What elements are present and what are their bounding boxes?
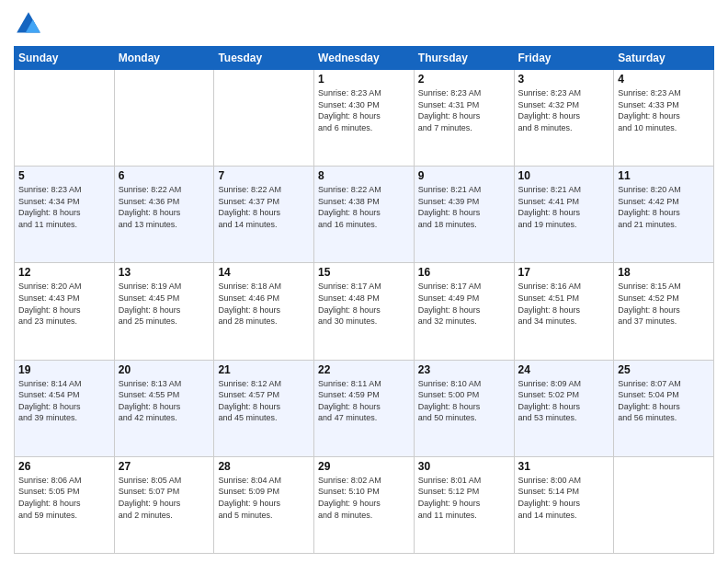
day-cell: 21Sunrise: 8:12 AM Sunset: 4:57 PM Dayli… xyxy=(214,360,314,456)
day-info: Sunrise: 8:04 AM Sunset: 5:09 PM Dayligh… xyxy=(218,475,310,521)
day-info: Sunrise: 8:10 AM Sunset: 5:00 PM Dayligh… xyxy=(418,378,510,424)
day-info: Sunrise: 8:19 AM Sunset: 4:45 PM Dayligh… xyxy=(119,281,210,327)
day-number: 17 xyxy=(518,266,610,279)
day-info: Sunrise: 8:23 AM Sunset: 4:34 PM Dayligh… xyxy=(18,184,110,230)
day-info: Sunrise: 8:23 AM Sunset: 4:30 PM Dayligh… xyxy=(318,87,410,133)
day-cell: 11Sunrise: 8:20 AM Sunset: 4:42 PM Dayli… xyxy=(614,167,714,263)
day-cell: 26Sunrise: 8:06 AM Sunset: 5:05 PM Dayli… xyxy=(15,456,115,553)
day-cell: 15Sunrise: 8:17 AM Sunset: 4:48 PM Dayli… xyxy=(314,263,415,360)
day-number: 24 xyxy=(518,363,610,376)
day-number: 20 xyxy=(119,363,210,376)
day-number: 8 xyxy=(318,169,410,182)
day-info: Sunrise: 8:20 AM Sunset: 4:43 PM Dayligh… xyxy=(18,281,110,327)
day-cell: 8Sunrise: 8:22 AM Sunset: 4:38 PM Daylig… xyxy=(314,167,415,263)
day-info: Sunrise: 8:12 AM Sunset: 4:57 PM Dayligh… xyxy=(218,378,310,424)
day-number: 28 xyxy=(218,460,310,473)
day-info: Sunrise: 8:17 AM Sunset: 4:49 PM Dayligh… xyxy=(418,281,510,327)
day-cell: 6Sunrise: 8:22 AM Sunset: 4:36 PM Daylig… xyxy=(114,167,214,263)
day-info: Sunrise: 8:15 AM Sunset: 4:52 PM Dayligh… xyxy=(618,281,710,327)
day-cell: 28Sunrise: 8:04 AM Sunset: 5:09 PM Dayli… xyxy=(214,456,314,553)
logo-icon xyxy=(14,9,43,39)
week-row-3: 12Sunrise: 8:20 AM Sunset: 4:43 PM Dayli… xyxy=(15,263,714,360)
weekday-tuesday: Tuesday xyxy=(214,47,314,70)
day-cell: 17Sunrise: 8:16 AM Sunset: 4:51 PM Dayli… xyxy=(514,263,614,360)
day-info: Sunrise: 8:00 AM Sunset: 5:14 PM Dayligh… xyxy=(518,475,610,521)
day-number: 7 xyxy=(218,169,310,182)
day-info: Sunrise: 8:18 AM Sunset: 4:46 PM Dayligh… xyxy=(218,281,310,327)
day-number: 10 xyxy=(518,169,610,182)
day-number: 15 xyxy=(318,266,410,279)
day-info: Sunrise: 8:20 AM Sunset: 4:42 PM Dayligh… xyxy=(618,184,710,230)
day-info: Sunrise: 8:05 AM Sunset: 5:07 PM Dayligh… xyxy=(119,475,210,521)
day-number: 11 xyxy=(618,169,710,182)
day-cell xyxy=(214,70,314,167)
day-cell: 2Sunrise: 8:23 AM Sunset: 4:31 PM Daylig… xyxy=(414,70,514,167)
day-info: Sunrise: 8:17 AM Sunset: 4:48 PM Dayligh… xyxy=(318,281,410,327)
day-info: Sunrise: 8:06 AM Sunset: 5:05 PM Dayligh… xyxy=(18,475,110,521)
day-cell: 10Sunrise: 8:21 AM Sunset: 4:41 PM Dayli… xyxy=(514,167,614,263)
day-info: Sunrise: 8:22 AM Sunset: 4:37 PM Dayligh… xyxy=(218,184,310,230)
day-cell: 20Sunrise: 8:13 AM Sunset: 4:55 PM Dayli… xyxy=(114,360,214,456)
day-number: 23 xyxy=(418,363,510,376)
day-number: 19 xyxy=(18,363,110,376)
day-number: 16 xyxy=(418,266,510,279)
day-cell: 27Sunrise: 8:05 AM Sunset: 5:07 PM Dayli… xyxy=(114,456,214,553)
day-info: Sunrise: 8:13 AM Sunset: 4:55 PM Dayligh… xyxy=(119,378,210,424)
day-cell: 13Sunrise: 8:19 AM Sunset: 4:45 PM Dayli… xyxy=(114,263,214,360)
day-info: Sunrise: 8:23 AM Sunset: 4:31 PM Dayligh… xyxy=(418,87,510,133)
day-cell xyxy=(614,456,714,553)
day-info: Sunrise: 8:21 AM Sunset: 4:41 PM Dayligh… xyxy=(518,184,610,230)
day-number: 30 xyxy=(418,460,510,473)
day-number: 13 xyxy=(119,266,210,279)
day-info: Sunrise: 8:23 AM Sunset: 4:33 PM Dayligh… xyxy=(618,87,710,133)
day-info: Sunrise: 8:01 AM Sunset: 5:12 PM Dayligh… xyxy=(418,475,510,521)
day-cell: 22Sunrise: 8:11 AM Sunset: 4:59 PM Dayli… xyxy=(314,360,415,456)
header xyxy=(14,9,714,39)
day-cell: 19Sunrise: 8:14 AM Sunset: 4:54 PM Dayli… xyxy=(15,360,115,456)
day-cell: 30Sunrise: 8:01 AM Sunset: 5:12 PM Dayli… xyxy=(414,456,514,553)
day-number: 1 xyxy=(318,73,410,86)
day-info: Sunrise: 8:11 AM Sunset: 4:59 PM Dayligh… xyxy=(318,378,410,424)
day-cell: 29Sunrise: 8:02 AM Sunset: 5:10 PM Dayli… xyxy=(314,456,415,553)
week-row-5: 26Sunrise: 8:06 AM Sunset: 5:05 PM Dayli… xyxy=(15,456,714,553)
day-number: 22 xyxy=(318,363,410,376)
day-info: Sunrise: 8:02 AM Sunset: 5:10 PM Dayligh… xyxy=(318,475,410,521)
day-number: 9 xyxy=(418,169,510,182)
day-number: 21 xyxy=(218,363,310,376)
day-cell xyxy=(114,70,214,167)
day-number: 12 xyxy=(18,266,110,279)
weekday-monday: Monday xyxy=(114,47,214,70)
day-cell: 5Sunrise: 8:23 AM Sunset: 4:34 PM Daylig… xyxy=(15,167,115,263)
week-row-4: 19Sunrise: 8:14 AM Sunset: 4:54 PM Dayli… xyxy=(15,360,714,456)
weekday-header-row: SundayMondayTuesdayWednesdayThursdayFrid… xyxy=(15,47,714,70)
day-number: 3 xyxy=(518,73,610,86)
day-number: 4 xyxy=(618,73,710,86)
day-cell: 1Sunrise: 8:23 AM Sunset: 4:30 PM Daylig… xyxy=(314,70,415,167)
day-cell: 25Sunrise: 8:07 AM Sunset: 5:04 PM Dayli… xyxy=(614,360,714,456)
day-cell: 9Sunrise: 8:21 AM Sunset: 4:39 PM Daylig… xyxy=(414,167,514,263)
day-info: Sunrise: 8:14 AM Sunset: 4:54 PM Dayligh… xyxy=(18,378,110,424)
day-info: Sunrise: 8:21 AM Sunset: 4:39 PM Dayligh… xyxy=(418,184,510,230)
day-cell: 23Sunrise: 8:10 AM Sunset: 5:00 PM Dayli… xyxy=(414,360,514,456)
day-cell: 3Sunrise: 8:23 AM Sunset: 4:32 PM Daylig… xyxy=(514,70,614,167)
weekday-friday: Friday xyxy=(514,47,614,70)
page: SundayMondayTuesdayWednesdayThursdayFrid… xyxy=(0,0,728,563)
day-number: 14 xyxy=(218,266,310,279)
day-cell: 4Sunrise: 8:23 AM Sunset: 4:33 PM Daylig… xyxy=(614,70,714,167)
week-row-2: 5Sunrise: 8:23 AM Sunset: 4:34 PM Daylig… xyxy=(15,167,714,263)
day-cell: 14Sunrise: 8:18 AM Sunset: 4:46 PM Dayli… xyxy=(214,263,314,360)
day-cell: 12Sunrise: 8:20 AM Sunset: 4:43 PM Dayli… xyxy=(15,263,115,360)
day-cell: 31Sunrise: 8:00 AM Sunset: 5:14 PM Dayli… xyxy=(514,456,614,553)
day-number: 2 xyxy=(418,73,510,86)
weekday-thursday: Thursday xyxy=(414,47,514,70)
day-info: Sunrise: 8:16 AM Sunset: 4:51 PM Dayligh… xyxy=(518,281,610,327)
day-info: Sunrise: 8:22 AM Sunset: 4:38 PM Dayligh… xyxy=(318,184,410,230)
calendar-table: SundayMondayTuesdayWednesdayThursdayFrid… xyxy=(14,46,714,554)
day-number: 29 xyxy=(318,460,410,473)
day-number: 27 xyxy=(119,460,210,473)
day-cell xyxy=(15,70,115,167)
weekday-wednesday: Wednesday xyxy=(314,47,415,70)
week-row-1: 1Sunrise: 8:23 AM Sunset: 4:30 PM Daylig… xyxy=(15,70,714,167)
day-cell: 16Sunrise: 8:17 AM Sunset: 4:49 PM Dayli… xyxy=(414,263,514,360)
day-number: 26 xyxy=(18,460,110,473)
